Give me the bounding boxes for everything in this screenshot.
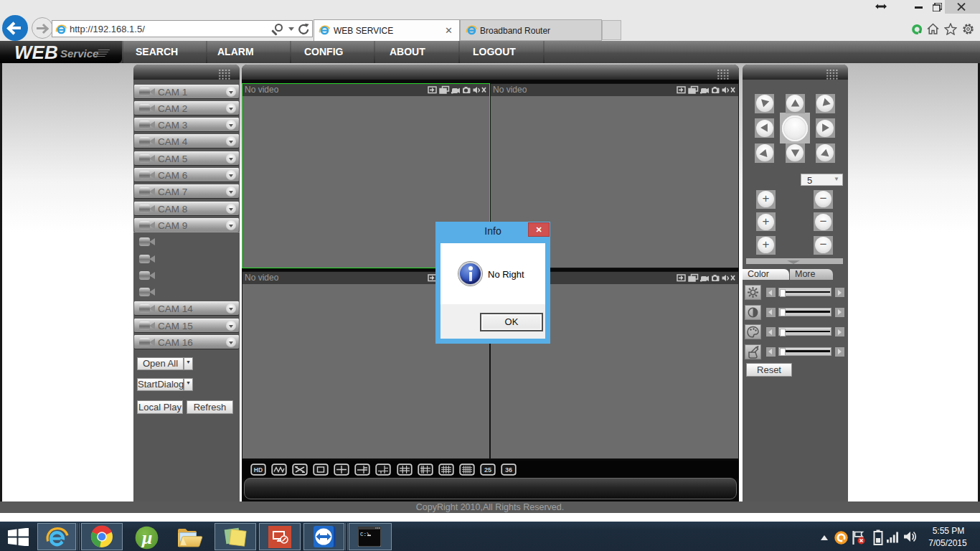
svg-text:C:\: C:\: [360, 532, 370, 537]
svg-text:HD: HD: [254, 466, 263, 474]
svg-text:25: 25: [484, 466, 491, 474]
svg-text:µ: µ: [141, 527, 153, 548]
svg-text:36: 36: [505, 466, 512, 474]
